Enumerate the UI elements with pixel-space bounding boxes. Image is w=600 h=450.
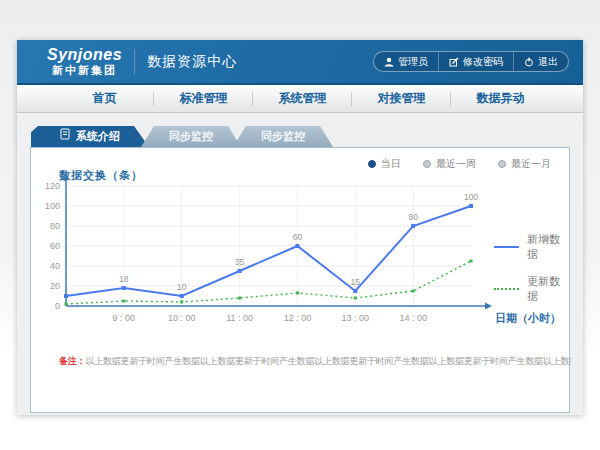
tab-sync-monitor-1[interactable]: 同步监控	[141, 126, 241, 147]
svg-text:10 : 00: 10 : 00	[168, 313, 196, 323]
current-user-button[interactable]: 管理员	[374, 52, 438, 71]
svg-text:日期（小时）: 日期（小时）	[495, 312, 561, 325]
change-password-button[interactable]: 修改密码	[438, 52, 513, 71]
svg-text:100: 100	[45, 201, 60, 211]
portal-page: Synjones 新中新集团 数据资源中心 管理员 修改密码	[17, 40, 583, 415]
radio-dot	[498, 160, 506, 168]
nav-item-home[interactable]: 首页	[55, 85, 154, 112]
footnote-text: 以上数据更新于时间产生数据以上数据更新于时间产生数据以上数据更新于时间产生数据以…	[85, 356, 571, 366]
main-nav: 首页 标准管理 系统管理 对接管理 数据异动	[17, 85, 583, 113]
svg-text:60: 60	[293, 232, 303, 242]
svg-text:60: 60	[50, 241, 60, 251]
edit-icon	[449, 57, 459, 67]
svg-text:12 : 00: 12 : 00	[284, 313, 312, 323]
legend-item-new-data[interactable]: 新增数据	[494, 232, 569, 262]
logout-button[interactable]: 退出	[513, 52, 568, 71]
brand-logo: Synjones 新中新集团	[47, 47, 122, 76]
radio-dot	[423, 160, 431, 168]
nav-item-interface-mgmt[interactable]: 对接管理	[352, 85, 451, 112]
user-icon	[384, 57, 394, 67]
nav-item-data-change[interactable]: 数据异动	[451, 85, 550, 112]
current-user-label: 管理员	[398, 55, 428, 69]
legend-line-sample-solid	[494, 246, 519, 248]
footnote-prefix: 备注：	[59, 356, 85, 366]
change-password-label: 修改密码	[463, 55, 503, 69]
app-header: Synjones 新中新集团 数据资源中心 管理员 修改密码	[17, 40, 583, 85]
page-title: 数据资源中心	[147, 53, 237, 71]
document-icon	[60, 126, 70, 147]
svg-text:10: 10	[177, 282, 187, 292]
legend-label: 新增数据	[527, 232, 569, 262]
svg-text:13 : 00: 13 : 00	[342, 313, 370, 323]
svg-text:35: 35	[235, 257, 245, 267]
svg-text:14 : 00: 14 : 00	[399, 313, 427, 323]
svg-text:80: 80	[408, 212, 418, 222]
svg-text:0: 0	[55, 301, 60, 311]
footnote: 备注：以上数据更新于时间产生数据以上数据更新于时间产生数据以上数据更新于时间产生…	[59, 355, 571, 368]
legend-label: 更新数据	[527, 274, 569, 304]
svg-text:18: 18	[119, 274, 129, 284]
tab-system-intro[interactable]: 系统介绍	[31, 126, 149, 147]
svg-text:20: 20	[50, 281, 60, 291]
svg-text:40: 40	[50, 261, 60, 271]
user-toolbar: 管理员 修改密码 退出	[373, 51, 569, 72]
nav-item-system-mgmt[interactable]: 系统管理	[253, 85, 352, 112]
tab-sync-monitor-2[interactable]: 同步监控	[233, 126, 333, 147]
radio-dot	[368, 160, 376, 168]
svg-text:80: 80	[50, 221, 60, 231]
logout-label: 退出	[538, 55, 558, 69]
chart-legend: 新增数据 更新数据	[494, 232, 569, 304]
svg-text:9 : 00: 9 : 00	[113, 313, 136, 323]
brand-logo-subtext: 新中新集团	[47, 65, 122, 76]
power-icon	[524, 57, 534, 67]
svg-text:100: 100	[464, 192, 478, 202]
content-panel: 当日 最近一周 最近一月 数据交换（条） 0204060801001209 : …	[30, 147, 570, 413]
brand-logo-text: Synjones	[47, 47, 122, 63]
svg-text:15: 15	[351, 277, 361, 287]
tab-label: 系统介绍	[76, 126, 120, 147]
tab-bar: 系统介绍 同步监控 同步监控	[31, 126, 583, 147]
nav-item-standard-mgmt[interactable]: 标准管理	[154, 85, 253, 112]
header-divider	[134, 49, 135, 75]
svg-text:120: 120	[45, 181, 60, 191]
svg-text:11 : 00: 11 : 00	[226, 313, 253, 323]
line-chart: 0204060801001209 : 0010 : 0011 : 0012 : …	[31, 168, 571, 356]
legend-item-updated-data[interactable]: 更新数据	[494, 274, 569, 304]
legend-line-sample-dotted	[494, 288, 519, 290]
